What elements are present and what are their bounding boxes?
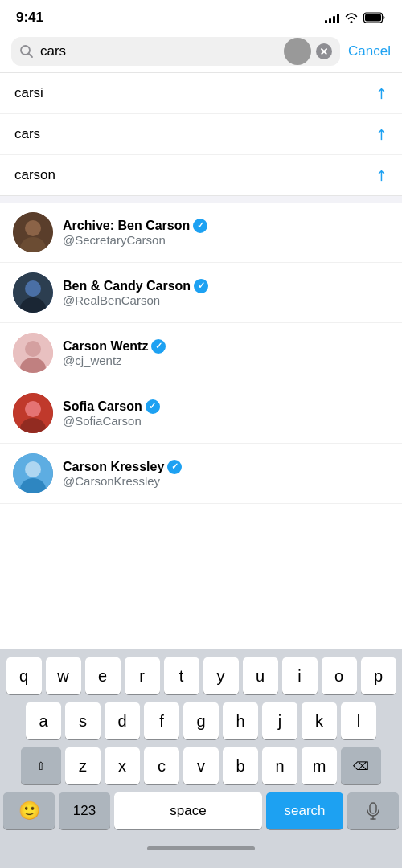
- svg-line-3: [29, 54, 33, 58]
- suggestion-text-carson: carson: [14, 167, 55, 183]
- user-name-3: Sofia Carson: [63, 399, 142, 414]
- user-name-4: Carson Kressley: [63, 460, 164, 474]
- key-t[interactable]: t: [164, 657, 199, 694]
- key-m[interactable]: m: [302, 747, 337, 784]
- keyboard-row-4: 🙂 123 space search: [3, 792, 399, 829]
- user-handle-1: @RealBenCarson: [63, 293, 389, 307]
- shift-key[interactable]: ⇧: [21, 747, 61, 784]
- key-h[interactable]: h: [223, 702, 258, 739]
- bottom-bar: [3, 837, 399, 865]
- key-v[interactable]: v: [183, 747, 219, 784]
- backspace-key[interactable]: ⌫: [341, 747, 381, 784]
- user-handle-2: @cj_wentz: [63, 354, 389, 367]
- keyboard-row-2: a s d f g h j k l: [3, 702, 399, 739]
- verified-badge-2: [151, 339, 166, 354]
- key-n[interactable]: n: [262, 747, 297, 784]
- user-info-0: Archive: Ben Carson @SecretaryCarson: [63, 219, 389, 247]
- user-avatar-0: [13, 212, 53, 252]
- key-s[interactable]: s: [65, 702, 100, 739]
- key-b[interactable]: b: [223, 747, 258, 784]
- svg-point-11: [25, 341, 41, 357]
- key-x[interactable]: x: [105, 747, 140, 784]
- home-indicator: [147, 846, 255, 850]
- key-l[interactable]: l: [341, 702, 376, 739]
- key-o[interactable]: o: [322, 657, 357, 694]
- svg-point-5: [25, 220, 41, 236]
- user-name-row-2: Carson Wentz: [63, 339, 389, 354]
- suggestion-carson[interactable]: carson ↗: [0, 155, 402, 195]
- svg-point-8: [25, 280, 41, 297]
- suggestion-arrow-carsi: ↗: [371, 83, 392, 104]
- suggestion-text-carsi: carsi: [14, 85, 43, 101]
- user-name-0: Archive: Ben Carson: [63, 219, 190, 233]
- user-handle-0: @SecretaryCarson: [63, 233, 389, 247]
- user-info-2: Carson Wentz @cj_wentz: [63, 339, 389, 367]
- user-handle-4: @CarsonKressley: [63, 474, 389, 488]
- user-avatar-3: [13, 393, 53, 433]
- key-g[interactable]: g: [183, 702, 219, 739]
- signal-icon: [325, 12, 339, 23]
- clear-button[interactable]: [316, 43, 332, 59]
- key-p[interactable]: p: [361, 657, 396, 694]
- user-item-3[interactable]: Sofia Carson @SofiaCarson: [0, 383, 402, 444]
- verified-badge-4: [167, 460, 182, 474]
- user-avatar-1: [13, 272, 53, 313]
- mic-icon: [366, 802, 380, 820]
- key-r[interactable]: r: [125, 657, 160, 694]
- key-k[interactable]: k: [302, 702, 337, 739]
- key-c[interactable]: c: [144, 747, 179, 784]
- user-item-0[interactable]: Archive: Ben Carson @SecretaryCarson: [0, 203, 402, 263]
- key-u[interactable]: u: [243, 657, 278, 694]
- verified-badge-3: [146, 399, 160, 414]
- user-item-2[interactable]: Carson Wentz @cj_wentz: [0, 323, 402, 383]
- key-z[interactable]: z: [65, 747, 100, 784]
- user-name-2: Carson Wentz: [63, 339, 148, 354]
- search-input-wrap[interactable]: [11, 37, 340, 66]
- suggestion-cars[interactable]: cars ↗: [0, 114, 402, 155]
- keyboard-row-3: ⇧ z x c v b n m ⌫: [3, 747, 399, 784]
- user-avatar-2: [13, 333, 53, 373]
- suggestion-text-cars: cars: [14, 126, 40, 142]
- key-e[interactable]: e: [85, 657, 121, 694]
- search-icon: [19, 44, 34, 59]
- wifi-icon: [344, 12, 359, 23]
- cancel-button[interactable]: Cancel: [348, 43, 391, 59]
- suggestion-arrow-carson: ↗: [371, 165, 392, 186]
- verified-badge-1: [194, 279, 208, 293]
- key-a[interactable]: a: [26, 702, 61, 739]
- battery-icon: [363, 12, 386, 23]
- user-item-1[interactable]: Ben & Candy Carson @RealBenCarson: [0, 263, 402, 323]
- user-name-1: Ben & Candy Carson: [63, 279, 191, 293]
- verified-badge-0: [193, 219, 207, 233]
- search-avatar: [284, 38, 311, 65]
- section-divider: [0, 196, 402, 203]
- key-f[interactable]: f: [144, 702, 179, 739]
- status-time: 9:41: [16, 10, 43, 26]
- keyboard-row-1: q w e r t y u i o p: [3, 657, 399, 694]
- svg-point-14: [25, 401, 41, 417]
- emoji-key[interactable]: 🙂: [3, 792, 55, 829]
- user-info-4: Carson Kressley @CarsonKressley: [63, 460, 389, 488]
- status-icons: [325, 12, 386, 23]
- user-info-3: Sofia Carson @SofiaCarson: [63, 399, 389, 428]
- space-key[interactable]: space: [114, 792, 262, 829]
- key-j[interactable]: j: [262, 702, 297, 739]
- suggestion-arrow-cars: ↗: [371, 124, 392, 145]
- suggestions-list: carsi ↗ cars ↗ carson ↗: [0, 73, 402, 196]
- user-item-4[interactable]: Carson Kressley @CarsonKressley: [0, 444, 402, 504]
- search-key[interactable]: search: [266, 792, 343, 829]
- status-bar: 9:41: [0, 0, 402, 31]
- search-bar: Cancel: [0, 31, 402, 73]
- keyboard: q w e r t y u i o p a s d f g h j k l ⇧ …: [0, 649, 402, 868]
- key-i[interactable]: i: [282, 657, 318, 694]
- key-w[interactable]: w: [46, 657, 81, 694]
- mic-key[interactable]: [347, 792, 399, 829]
- svg-point-17: [25, 461, 41, 477]
- key-d[interactable]: d: [105, 702, 140, 739]
- search-input[interactable]: [40, 43, 310, 59]
- user-results-list: Archive: Ben Carson @SecretaryCarson Ben…: [0, 203, 402, 504]
- num-key[interactable]: 123: [59, 792, 110, 829]
- suggestion-carsi[interactable]: carsi ↗: [0, 73, 402, 114]
- key-q[interactable]: q: [6, 657, 42, 694]
- key-y[interactable]: y: [203, 657, 239, 694]
